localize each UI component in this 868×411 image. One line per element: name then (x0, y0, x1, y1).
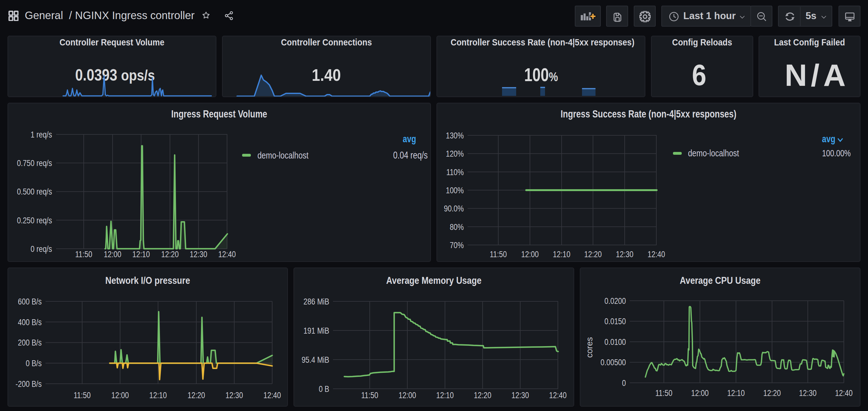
svg-text:12:10: 12:10 (727, 388, 745, 398)
svg-text:12:30: 12:30 (512, 390, 529, 400)
svg-text:1 req/s: 1 req/s (31, 130, 52, 139)
svg-text:0.0200: 0.0200 (604, 296, 626, 306)
svg-text:110%: 110% (446, 167, 464, 177)
svg-text:11:50: 11:50 (490, 249, 507, 259)
svg-text:12:20: 12:20 (161, 249, 179, 259)
svg-text:12:30: 12:30 (616, 249, 633, 259)
svg-text:0.500 req/s: 0.500 req/s (17, 187, 52, 197)
svg-text:12:40: 12:40 (549, 390, 567, 400)
svg-text:100.00%: 100.00% (822, 148, 851, 158)
svg-text:11:50: 11:50 (655, 388, 672, 398)
svg-text:12:00: 12:00 (111, 390, 129, 400)
svg-text:12:10: 12:10 (553, 249, 570, 259)
svg-text:200 B/s: 200 B/s (18, 338, 42, 347)
svg-text:0 req/s: 0 req/s (31, 244, 52, 254)
svg-text:12:20: 12:20 (474, 390, 491, 400)
svg-text:600 B/s: 600 B/s (18, 297, 42, 306)
svg-text:demo-localhost: demo-localhost (688, 147, 739, 158)
svg-text:70%: 70% (450, 240, 464, 250)
svg-text:286 MiB: 286 MiB (304, 297, 329, 306)
svg-text:12:00: 12:00 (104, 249, 121, 259)
svg-text:-200 B/s: -200 B/s (16, 379, 42, 389)
svg-text:0.0100: 0.0100 (604, 337, 626, 347)
svg-text:0.00500: 0.00500 (600, 357, 626, 367)
svg-text:12:20: 12:20 (188, 390, 205, 400)
svg-text:12:40: 12:40 (648, 249, 665, 259)
svg-text:12:10: 12:10 (149, 390, 167, 400)
svg-text:cores: cores (585, 337, 594, 358)
svg-text:11:50: 11:50 (361, 390, 378, 400)
svg-text:12:30: 12:30 (799, 388, 816, 398)
svg-text:100%: 100% (446, 185, 464, 195)
svg-text:12:40: 12:40 (835, 388, 852, 398)
svg-text:12:40: 12:40 (264, 390, 281, 400)
svg-text:12:30: 12:30 (225, 390, 243, 400)
svg-text:12:10: 12:10 (436, 390, 454, 400)
svg-text:191 MiB: 191 MiB (304, 326, 329, 336)
svg-text:11:50: 11:50 (74, 390, 91, 400)
svg-text:400 B/s: 400 B/s (18, 317, 42, 327)
svg-text:0 B/s: 0 B/s (26, 358, 42, 368)
svg-text:avg: avg (403, 133, 416, 144)
svg-text:12:00: 12:00 (691, 388, 709, 398)
svg-text:12:00: 12:00 (399, 390, 416, 400)
svg-text:0.750 req/s: 0.750 req/s (17, 158, 52, 168)
svg-text:0 B: 0 B (319, 384, 329, 394)
svg-text:11:50: 11:50 (75, 249, 92, 259)
svg-text:90.0%: 90.0% (444, 204, 464, 213)
svg-text:avg: avg (822, 133, 835, 144)
svg-text:120%: 120% (446, 149, 464, 159)
svg-text:12:20: 12:20 (584, 249, 602, 259)
svg-text:95.4 MiB: 95.4 MiB (302, 355, 329, 365)
svg-text:demo-localhost: demo-localhost (257, 150, 309, 160)
svg-text:0.250 req/s: 0.250 req/s (17, 215, 52, 225)
svg-text:12:20: 12:20 (763, 388, 781, 398)
svg-text:0: 0 (622, 378, 626, 388)
svg-text:12:10: 12:10 (132, 249, 150, 259)
svg-text:0.04 req/s: 0.04 req/s (393, 150, 428, 160)
svg-text:12:30: 12:30 (190, 249, 207, 259)
svg-text:0.0150: 0.0150 (604, 316, 626, 326)
svg-text:80%: 80% (450, 222, 464, 232)
svg-text:12:40: 12:40 (218, 249, 236, 259)
svg-text:130%: 130% (446, 131, 464, 140)
svg-text:12:00: 12:00 (521, 249, 539, 259)
